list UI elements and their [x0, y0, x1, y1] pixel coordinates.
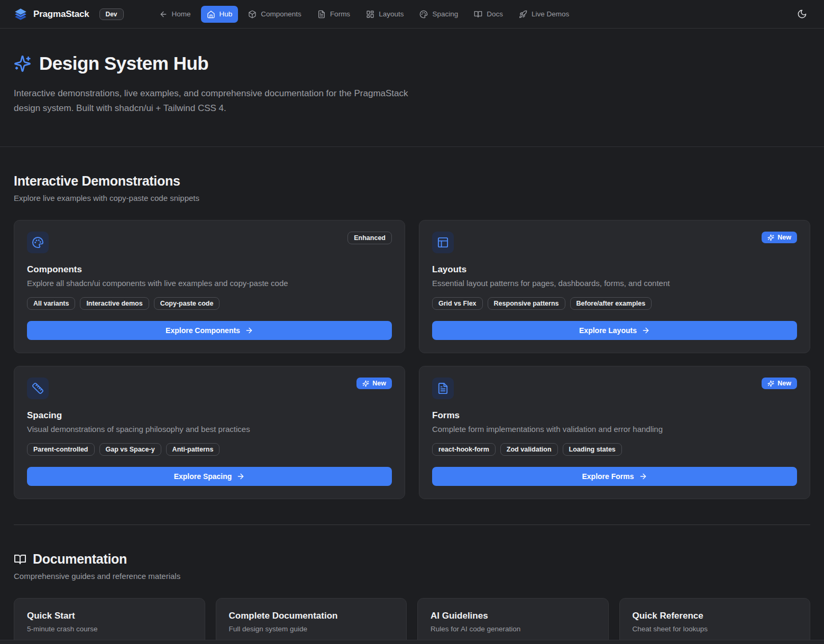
nav-links: Home Hub Components Forms Layouts Spacin… [153, 6, 575, 23]
tag: Copy-paste code [154, 297, 220, 310]
main-content: Interactive Demonstrations Explore live … [0, 173, 824, 644]
tag: Parent-controlled [27, 443, 95, 456]
docs-section-head: Documentation Comprehensive guides and r… [14, 551, 810, 581]
sparkles-icon [362, 380, 369, 387]
button-label: Explore Spacing [174, 472, 232, 481]
arrow-right-icon [245, 326, 253, 335]
doc-card-title: Quick Start [27, 611, 192, 621]
card-title: Layouts [432, 264, 797, 275]
home-icon [207, 10, 215, 19]
sparkles-icon [14, 55, 31, 72]
badge-label: New [777, 380, 791, 387]
doc-card-grid: Quick Start 5-minute crash course Comple… [14, 598, 810, 644]
tag: Interactive demos [80, 297, 149, 310]
enhanced-badge: Enhanced [347, 232, 392, 244]
docs-heading: Documentation [33, 551, 127, 567]
tag: Before/after examples [570, 297, 652, 310]
nav-item-label: Components [261, 10, 301, 18]
arrow-right-icon [236, 472, 245, 481]
nav-item-docs[interactable]: Docs [468, 6, 509, 23]
doc-card-description: Cheat sheet for lookups [633, 625, 798, 633]
demos-section-head: Interactive Demonstrations Explore live … [14, 173, 810, 203]
explore-layouts-button[interactable]: Explore Layouts [432, 321, 797, 340]
nav-item-label: Layouts [379, 10, 404, 18]
nav-item-label: Home [172, 10, 191, 18]
nav-item-hub[interactable]: Hub [201, 6, 239, 23]
card-title: Components [27, 264, 392, 275]
doc-card-description: Full design system guide [229, 625, 394, 633]
demos-subheading: Explore live examples with copy-paste co… [14, 194, 810, 203]
nav-item-live-demos[interactable]: Live Demos [513, 6, 575, 23]
doc-card-quick-reference[interactable]: Quick Reference Cheat sheet for lookups [619, 598, 811, 644]
dev-badge: Dev [99, 8, 124, 20]
doc-card-title: Quick Reference [633, 611, 798, 621]
sparkles-icon [767, 380, 774, 387]
nav-item-home[interactable]: Home [153, 6, 197, 23]
tag-row: Parent-controlled Gap vs Space-y Anti-pa… [27, 443, 392, 456]
page-title: Design System Hub [39, 53, 208, 74]
nav-item-label: Live Demos [532, 10, 569, 18]
doc-card-complete-documentation[interactable]: Complete Documentation Full design syste… [216, 598, 407, 644]
rocket-icon [519, 10, 527, 19]
demo-card-layouts: New Layouts Essential layout patterns fo… [419, 220, 810, 353]
tag-row: react-hook-form Zod validation Loading s… [432, 443, 797, 456]
doc-card-ai-guidelines[interactable]: AI Guidelines Rules for AI code generati… [417, 598, 609, 644]
box-icon [248, 10, 257, 19]
tag: Grid vs Flex [432, 297, 483, 310]
nav-item-label: Spacing [432, 10, 458, 18]
card-description: Essential layout patterns for pages, das… [432, 279, 797, 288]
card-description: Complete form implementations with valid… [432, 425, 797, 434]
doc-card-description: 5-minute crash course [27, 625, 192, 633]
button-label: Explore Components [166, 326, 240, 335]
doc-card-title: AI Guidelines [431, 611, 596, 621]
demo-card-spacing: New Spacing Visual demonstrations of spa… [14, 366, 405, 499]
card-title: Forms [432, 410, 797, 421]
nav-item-label: Hub [219, 10, 233, 18]
new-badge: New [762, 232, 797, 243]
tag: Loading states [563, 443, 622, 456]
new-badge: New [356, 378, 392, 389]
nav-item-spacing[interactable]: Spacing [414, 6, 464, 23]
top-navbar: PragmaStack Dev Home Hub Components Form… [0, 0, 824, 29]
book-open-icon [474, 10, 482, 19]
explore-components-button[interactable]: Explore Components [27, 321, 392, 340]
layers-logo-icon [14, 7, 28, 21]
panel-top-icon [432, 232, 454, 253]
tag: react-hook-form [432, 443, 496, 456]
brand[interactable]: PragmaStack Dev [14, 7, 124, 21]
doc-card-title: Complete Documentation [229, 611, 394, 621]
demos-heading: Interactive Demonstrations [14, 173, 810, 189]
nav-item-components[interactable]: Components [242, 6, 307, 23]
theme-toggle-button[interactable] [794, 6, 810, 22]
arrow-left-icon [159, 10, 168, 19]
card-description: Visual demonstrations of spacing philoso… [27, 425, 392, 434]
badge-label: New [372, 380, 386, 387]
tag-row: Grid vs Flex Responsive patterns Before/… [432, 297, 797, 310]
explore-spacing-button[interactable]: Explore Spacing [27, 467, 392, 486]
demo-card-components: Enhanced Components Explore all shadcn/u… [14, 220, 405, 353]
demo-card-grid: Enhanced Components Explore all shadcn/u… [14, 220, 810, 499]
tag: Zod validation [500, 443, 558, 456]
arrow-right-icon [639, 472, 647, 481]
page-subtitle: Interactive demonstrations, live example… [14, 86, 410, 116]
section-divider [14, 525, 810, 525]
nav-item-forms[interactable]: Forms [312, 6, 356, 23]
footer-strip [0, 640, 824, 644]
nav-item-layouts[interactable]: Layouts [360, 6, 409, 23]
brand-name: PragmaStack [33, 9, 89, 20]
tag: All variants [27, 297, 75, 310]
tag: Anti-patterns [166, 443, 220, 456]
new-badge: New [762, 378, 797, 389]
layout-grid-icon [366, 10, 374, 19]
doc-card-quick-start[interactable]: Quick Start 5-minute crash course [14, 598, 205, 644]
palette-icon [27, 232, 49, 253]
card-description: Explore all shadcn/ui components with li… [27, 279, 392, 288]
nav-item-label: Forms [330, 10, 350, 18]
badge-label: New [777, 234, 791, 241]
book-open-icon [14, 553, 26, 566]
card-title: Spacing [27, 410, 392, 421]
hero-section: Design System Hub Interactive demonstrat… [0, 29, 824, 147]
arrow-right-icon [642, 326, 650, 335]
docs-subheading: Comprehensive guides and reference mater… [14, 572, 810, 581]
explore-forms-button[interactable]: Explore Forms [432, 467, 797, 486]
